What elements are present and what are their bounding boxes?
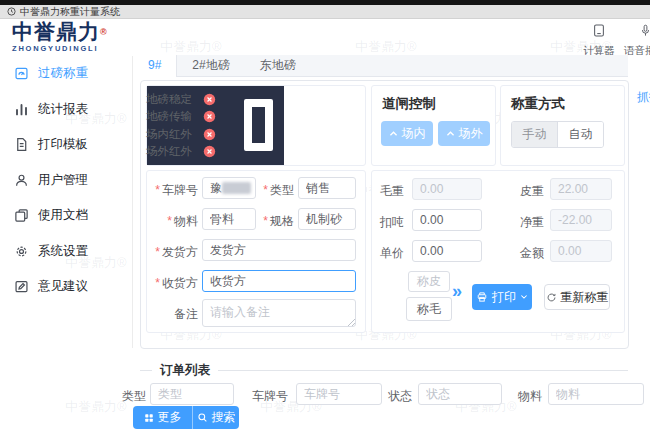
- chevron-up-icon: [389, 130, 398, 137]
- deduct-label: 扣吨: [378, 214, 404, 231]
- search-button[interactable]: 搜索: [192, 406, 239, 429]
- filter-type-input[interactable]: [150, 383, 234, 405]
- logo: 中誉鼎力® ZHONGYUDINGLI: [12, 21, 108, 53]
- type-input[interactable]: [298, 177, 356, 199]
- calculator-icon: [592, 23, 606, 38]
- brand-registered-mark: ®: [100, 27, 108, 37]
- print-button[interactable]: 打印: [472, 284, 532, 310]
- tare-label: 皮重: [518, 183, 544, 200]
- sidebar-item-label: 打印模板: [38, 136, 88, 153]
- error-icon: [203, 128, 216, 141]
- sidebar-item-label: 意见建议: [38, 278, 88, 295]
- watermark-text: 中誉鼎力®: [65, 398, 127, 416]
- gate-control-title: 道闸控制: [382, 95, 436, 113]
- filter-status-input[interactable]: [418, 383, 502, 405]
- spec-label: *规格: [258, 213, 294, 230]
- chevron-down-icon: [520, 294, 528, 300]
- tab-2-dibang[interactable]: 2#地磅: [177, 55, 244, 76]
- docs-icon: [14, 208, 29, 223]
- weigh-mode-title: 称重方式: [511, 95, 565, 113]
- chevron-up-icon: [446, 130, 455, 137]
- sidebar-item-label: 过磅称重: [38, 65, 88, 82]
- feedback-icon: [14, 279, 29, 294]
- type-label: *类型: [258, 182, 294, 199]
- filter-status-label: 状态: [388, 388, 412, 405]
- status-infrared-inside: 场内红外: [146, 127, 216, 141]
- window-title: 中誉鼎力称重计量系统: [20, 5, 120, 19]
- filter-material-input[interactable]: [548, 383, 644, 405]
- scale-icon: [14, 66, 29, 81]
- seven-segment-zero: [244, 99, 273, 151]
- weigh-tare-button[interactable]: 称皮: [408, 271, 450, 292]
- sidebar-divider: [132, 56, 133, 348]
- watermark-text: 中誉鼎力®: [355, 38, 417, 56]
- printer-icon: [476, 291, 488, 303]
- orders-title: 订单列表: [160, 362, 210, 379]
- weigh-mode-panel: 称重方式 手动 自动: [500, 85, 625, 166]
- refresh-icon: [546, 292, 557, 303]
- app-icon: [7, 7, 16, 16]
- net-label: 净重: [518, 214, 544, 231]
- receiver-input[interactable]: [202, 270, 356, 292]
- scale-tabs: 9# 2#地磅 东地磅: [133, 55, 628, 77]
- receiver-label: *收货方: [148, 275, 198, 292]
- plate-masked-text: [222, 182, 251, 194]
- tare-input: [550, 178, 612, 200]
- capture-tab[interactable]: 抓拍: [637, 89, 650, 106]
- sidebar-item-users[interactable]: 用户管理: [14, 170, 126, 190]
- amount-input: [550, 240, 612, 262]
- price-label: 单价: [378, 245, 404, 262]
- sidebar-item-label: 用户管理: [38, 172, 88, 189]
- reweigh-button[interactable]: 重新称重: [544, 284, 610, 310]
- mode-manual-button[interactable]: 手动: [512, 122, 558, 147]
- tool-calculator[interactable]: 计算器: [576, 23, 622, 58]
- sidebar-item-label: 系统设置: [38, 243, 88, 260]
- gate-inside-button[interactable]: 场内: [381, 121, 433, 146]
- filter-type-label: 类型: [122, 388, 146, 405]
- mode-auto-button[interactable]: 自动: [558, 122, 603, 147]
- sidebar-item-print-template[interactable]: 打印模板: [14, 134, 126, 154]
- gate-outside-button[interactable]: 场外: [438, 121, 490, 146]
- microphone-icon: [639, 23, 650, 38]
- sidebar-item-feedback[interactable]: 意见建议: [14, 276, 126, 296]
- sidebar-item-weighing[interactable]: 过磅称重: [14, 63, 126, 83]
- template-icon: [14, 137, 29, 152]
- net-input: [550, 209, 612, 231]
- sidebar-item-label: 统计报表: [38, 101, 88, 118]
- orders-divider: 订单列表: [140, 362, 628, 379]
- tab-dong-dibang[interactable]: 东地磅: [245, 55, 311, 76]
- window-titlebar: 中誉鼎力称重计量系统: [0, 5, 650, 19]
- forward-arrows: »: [452, 281, 460, 302]
- sidebar-item-settings[interactable]: 系统设置: [14, 241, 126, 261]
- spec-input[interactable]: [298, 208, 356, 230]
- remark-textarea[interactable]: [202, 299, 356, 327]
- more-button[interactable]: 更多: [133, 406, 192, 429]
- status-scale-stable: 地磅稳定: [146, 92, 216, 106]
- filter-actions: 更多 搜索: [133, 406, 239, 429]
- error-icon: [203, 93, 216, 106]
- error-icon: [203, 145, 216, 158]
- brand-name: 中誉鼎力: [12, 20, 100, 43]
- sender-input[interactable]: [202, 239, 356, 261]
- tool-voice[interactable]: 语音播报: [622, 23, 650, 58]
- gross-label: 毛重: [378, 183, 404, 200]
- grid-icon: [144, 413, 154, 423]
- gross-input: [412, 178, 482, 200]
- weigh-gross-button[interactable]: 称毛: [406, 297, 452, 321]
- material-input[interactable]: [202, 208, 256, 230]
- resize-handle-icon[interactable]: [347, 318, 355, 326]
- tab-9[interactable]: 9#: [133, 55, 177, 77]
- sidebar-item-label: 使用文档: [38, 207, 88, 224]
- app-window: 中誉鼎力®中誉鼎力®中誉鼎力®中誉鼎力®中誉鼎力®中誉鼎力®中誉鼎力®中誉鼎力®…: [0, 0, 650, 430]
- plate-label: *车牌号: [148, 182, 198, 199]
- gear-icon: [14, 244, 29, 259]
- deduct-input[interactable]: [412, 209, 482, 231]
- bar-chart-icon: [14, 102, 29, 117]
- watermark-text: 中誉鼎力®: [160, 38, 222, 56]
- remark-label: 备注: [148, 306, 198, 323]
- price-input[interactable]: [412, 240, 482, 262]
- sidebar-item-docs[interactable]: 使用文档: [14, 205, 126, 225]
- filter-plate-input[interactable]: [296, 383, 382, 405]
- sidebar-item-reports[interactable]: 统计报表: [14, 99, 126, 119]
- material-label: *物料: [148, 213, 198, 230]
